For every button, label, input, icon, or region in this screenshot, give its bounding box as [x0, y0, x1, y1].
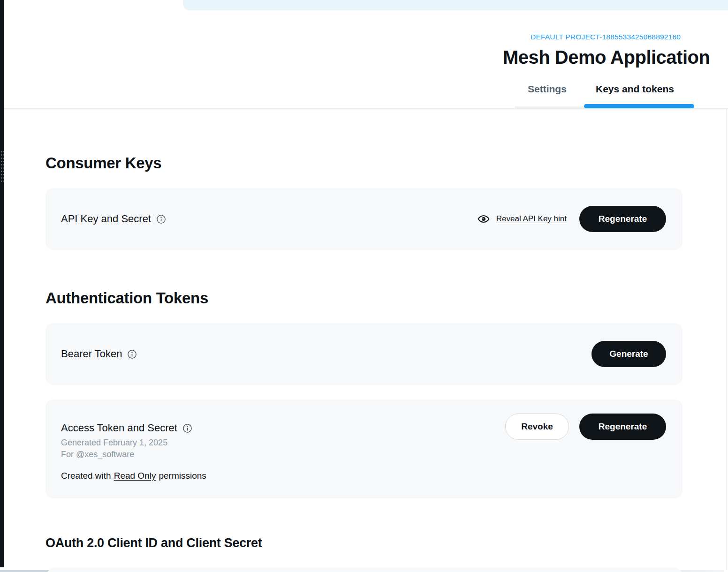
access-token-actions: Revoke Regenerate [505, 414, 666, 440]
regenerate-access-token-button[interactable]: Regenerate [579, 414, 666, 440]
authentication-tokens-heading: Authentication Tokens [46, 289, 208, 307]
read-only-permissions-link[interactable]: Read Only [114, 471, 156, 481]
project-breadcrumb-link[interactable]: DEFAULT PROJECT-1885533425068892160 [531, 33, 681, 41]
access-token-label: Access Token and Secret [61, 422, 177, 434]
permissions-prefix: Created with [61, 471, 111, 481]
bearer-token-label-group: Bearer Token [61, 348, 137, 360]
generate-bearer-token-button[interactable]: Generate [592, 341, 666, 367]
token-generated-for: For @xes_software [61, 450, 134, 459]
bearer-token-card: Bearer Token Generate [46, 323, 682, 385]
revoke-access-token-button[interactable]: Revoke [505, 414, 569, 440]
left-edge-bar [0, 0, 4, 567]
reveal-api-key-hint-link[interactable]: Reveal API Key hint [496, 214, 567, 224]
api-key-card: API Key and Secret Reveal API Key hint R… [46, 188, 682, 250]
access-token-card: Access Token and Secret Generated Februa… [46, 399, 682, 498]
access-token-label-group: Access Token and Secret [61, 422, 192, 434]
bearer-token-label: Bearer Token [61, 348, 122, 360]
permissions-suffix: permissions [159, 471, 206, 481]
consumer-keys-heading: Consumer Keys [46, 154, 161, 172]
header-shadow [4, 109, 728, 111]
oauth-card-top-edge [47, 568, 682, 572]
eye-icon[interactable] [478, 213, 490, 225]
oauth-heading: OAuth 2.0 Client ID and Client Secret [46, 536, 262, 550]
info-icon[interactable] [182, 423, 192, 433]
token-generated-date: Generated February 1, 2025 [61, 438, 167, 448]
active-tab-indicator [584, 104, 694, 108]
drag-handle-dots-icon[interactable] [0, 149, 4, 182]
info-icon[interactable] [127, 349, 137, 359]
app-title: Mesh Demo Application [503, 47, 710, 68]
permissions-line: Created with Read Only permissions [61, 471, 206, 481]
api-key-label-group: API Key and Secret [61, 213, 166, 225]
notification-banner-edge [183, 0, 728, 10]
tab-keys-and-tokens[interactable]: Keys and tokens [596, 83, 674, 95]
keys-and-tokens-page: DEFAULT PROJECT-1885533425068892160 Mesh… [0, 0, 728, 572]
tab-settings[interactable]: Settings [528, 83, 567, 95]
regenerate-api-key-button[interactable]: Regenerate [579, 206, 666, 232]
api-key-label: API Key and Secret [61, 213, 151, 225]
info-icon[interactable] [156, 214, 166, 224]
panel-right-divider [726, 108, 727, 570]
